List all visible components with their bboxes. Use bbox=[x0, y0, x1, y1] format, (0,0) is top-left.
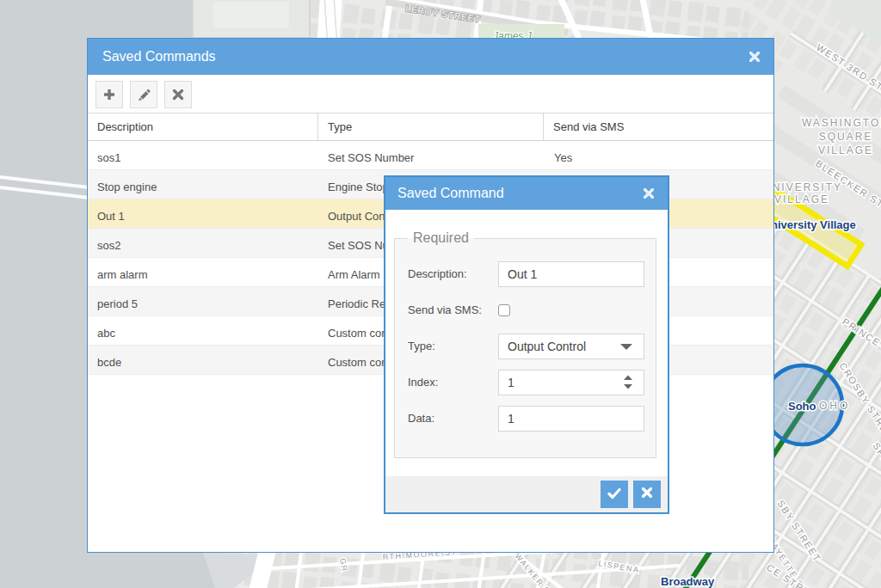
svg-text:OHO: OHO bbox=[819, 400, 850, 412]
svg-text:UNIVERSITY: UNIVERSITY bbox=[763, 181, 842, 193]
svg-text:VILLAGE: VILLAGE bbox=[818, 144, 873, 156]
svg-text:SQUARE: SQUARE bbox=[819, 131, 873, 143]
svg-text:Soho: Soho bbox=[788, 400, 816, 413]
svg-text:VILLAGE: VILLAGE bbox=[774, 193, 829, 205]
svg-text:Broadway: Broadway bbox=[661, 575, 715, 588]
svg-text:WASHINGTON: WASHINGTON bbox=[802, 117, 881, 129]
svg-text:niversity Village: niversity Village bbox=[771, 218, 856, 231]
